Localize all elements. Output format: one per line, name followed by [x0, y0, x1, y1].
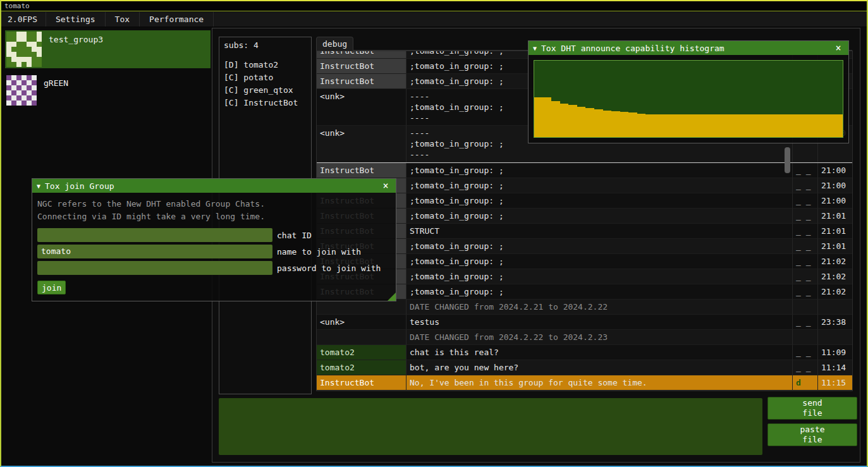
avatar-pixel	[11, 52, 16, 57]
avatar-pixel	[32, 95, 37, 100]
message-row[interactable]: InstructBot;tomato_in_group: ;_ _21:01	[317, 209, 852, 224]
histogram-bar	[731, 114, 740, 137]
avatar-pixel	[6, 37, 11, 42]
avatar-pixel	[27, 75, 32, 80]
join-password-input[interactable]	[37, 261, 272, 275]
member-item[interactable]: [C] green_qtox	[224, 85, 307, 98]
histogram-window-titlebar[interactable]: ▼ Tox DHT announce capability histogram …	[529, 41, 848, 55]
group-list-item[interactable]: gREEN	[5, 74, 211, 111]
close-icon[interactable]: ×	[380, 180, 391, 191]
message-row[interactable]: InstructBot;tomato_in_group: ;_ _21:01	[317, 239, 852, 254]
message-timestamp: 11:09	[818, 345, 852, 360]
avatar-pixel	[27, 52, 32, 57]
collapse-arrow-icon[interactable]: ▼	[533, 45, 537, 52]
message-flags: d	[793, 375, 818, 391]
date-changed-row[interactable]: DATE CHANGED from 2024.2.21 to 2024.2.22	[317, 300, 852, 315]
message-row[interactable]: InstructBot;tomato_in_group: ;_ _21:02	[317, 254, 852, 269]
member-item[interactable]: [C] potato	[224, 73, 307, 85]
histogram-plot[interactable]	[534, 60, 843, 138]
avatar-pixel	[11, 95, 16, 100]
avatar-pixel	[27, 80, 32, 85]
avatar-pixel	[32, 75, 37, 80]
message-row[interactable]: tomato2chat is this real?_ _11:09	[317, 345, 852, 360]
avatar-pixel	[32, 47, 37, 52]
message-timestamp: 21:02	[818, 269, 852, 284]
avatar-pixel	[21, 95, 27, 100]
avatar-pixel	[32, 32, 37, 37]
menu-items: SettingsToxPerformance	[46, 12, 214, 27]
menu-item-settings[interactable]: Settings	[46, 12, 106, 27]
histogram-bar	[671, 114, 680, 137]
avatar-pixel	[21, 47, 27, 52]
histogram-bar	[697, 114, 706, 137]
avatar-pixel	[16, 85, 21, 90]
join-password-label: password to join with	[277, 264, 381, 273]
avatar-pixel	[11, 37, 16, 42]
message-row[interactable]: InstructBot;tomato_in_group: ;_ _21:00	[317, 178, 852, 193]
window-titlebar[interactable]: tomato	[1, 1, 867, 11]
histogram-bar	[749, 114, 757, 137]
histogram-bar	[534, 97, 543, 137]
member-item[interactable]: [D] tomato2	[224, 60, 307, 73]
message-author: InstructBot	[317, 163, 406, 178]
chat-scrollbar[interactable]	[785, 147, 790, 173]
avatar-pixel	[21, 52, 27, 57]
app-window: tomato 2.0FPS SettingsToxPerformance tes…	[0, 0, 868, 467]
message-row[interactable]: tomato2bot, are you new here?_ _11:14	[317, 360, 852, 375]
message-timestamp	[818, 300, 852, 315]
send-file-button[interactable]: send file	[767, 397, 857, 420]
group-list: test_group3gREEN	[1, 30, 212, 111]
close-icon[interactable]: ×	[833, 42, 844, 54]
histogram-bar	[834, 114, 843, 137]
avatar-pixel	[37, 37, 42, 42]
date-changed-row[interactable]: DATE CHANGED from 2024.2.22 to 2024.2.23	[317, 330, 852, 345]
message-timestamp: 21:01	[818, 224, 852, 239]
message-row[interactable]: InstructBot;tomato_in_group: ;_ _21:02	[317, 284, 852, 300]
message-row[interactable]: InstructBot;tomato_in_group: ;_ _21:00	[317, 193, 852, 209]
join-window-body: NGC refers to the New DHT enabled Group …	[32, 193, 396, 301]
message-row[interactable]: InstructBot;tomato_in_group: ;_ _21:02	[317, 269, 852, 284]
avatar-pixel	[11, 100, 16, 106]
message-text: No, I've been in this group for quite so…	[406, 375, 793, 391]
group-name-label: gREEN	[44, 75, 68, 88]
histogram-bar	[714, 114, 723, 137]
join-name-input[interactable]: tomato	[37, 245, 272, 258]
histogram-bar	[817, 114, 826, 137]
histogram-bar	[766, 114, 774, 137]
menu-item-performance[interactable]: Performance	[140, 12, 214, 27]
avatar-pixel	[27, 90, 32, 95]
member-item[interactable]: [C] InstructBot	[224, 98, 307, 111]
message-text: ;tomato_in_group: ;	[406, 269, 793, 284]
resize-grip[interactable]	[388, 293, 396, 301]
message-author: <unk>	[317, 315, 406, 330]
field-row: password to join with	[37, 261, 391, 275]
avatar-pixel	[11, 75, 16, 80]
message-text: ;tomato_in_group: ;	[406, 254, 793, 269]
collapse-arrow-icon[interactable]: ▼	[37, 183, 40, 190]
message-author	[317, 300, 406, 315]
message-timestamp: 21:02	[818, 284, 852, 300]
message-row[interactable]: InstructBotNo, I've been in this group f…	[317, 375, 852, 391]
avatar-pixel	[37, 62, 42, 67]
avatar-pixel	[6, 42, 11, 47]
message-row[interactable]: InstructBotSTRUCT_ _21:01	[317, 224, 852, 239]
group-list-item[interactable]: test_group3	[5, 30, 211, 68]
avatar-pixel	[11, 62, 16, 67]
chat-id-input[interactable]	[37, 228, 272, 242]
message-row[interactable]: InstructBot;tomato_in_group: ;_ _21:00	[317, 162, 852, 178]
message-input[interactable]	[219, 398, 762, 455]
join-button[interactable]: join	[37, 281, 66, 294]
message-timestamp: 21:00	[818, 193, 852, 209]
paste-file-button[interactable]: paste file	[767, 423, 857, 446]
message-flags: _ _	[793, 239, 818, 254]
message-row[interactable]: <unk>testus_ _23:38	[317, 315, 852, 330]
message-flags: _ _	[793, 209, 818, 224]
join-window-titlebar[interactable]: ▼ Tox join Group ×	[32, 179, 396, 193]
avatar-pixel	[37, 52, 42, 57]
message-text: ;tomato_in_group: ;	[406, 209, 793, 224]
avatar-pixel	[27, 57, 32, 62]
histogram-bar	[611, 111, 620, 137]
tab-debug[interactable]: debug	[316, 37, 353, 51]
join-name-label: name to join with	[277, 247, 361, 257]
menu-item-tox[interactable]: Tox	[106, 12, 140, 27]
